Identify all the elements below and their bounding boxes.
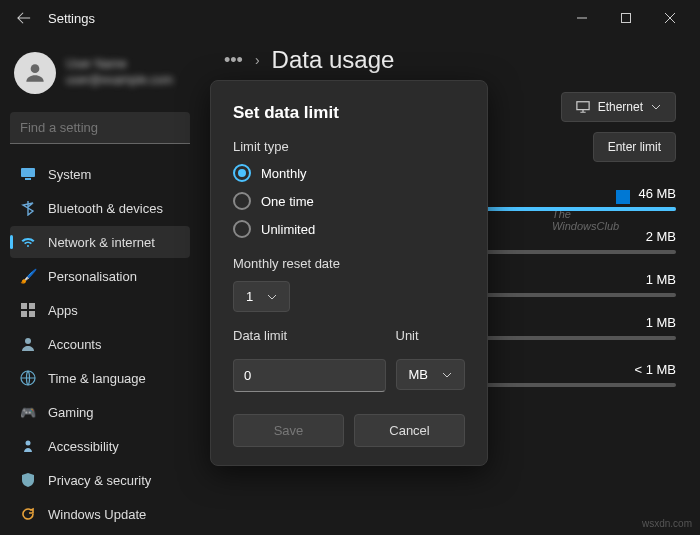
search-input[interactable] (10, 112, 190, 144)
radio-circle-icon (233, 164, 251, 182)
usage-value: 46 MB (638, 186, 676, 201)
profile[interactable]: User Name user@example.com (10, 44, 190, 102)
sidebar-item-label: Network & internet (48, 235, 155, 250)
svg-rect-7 (21, 311, 27, 317)
window-title: Settings (48, 11, 95, 26)
watermark: The WindowsClub (552, 190, 630, 232)
unit-label: Unit (396, 328, 466, 343)
sidebar-item-label: Privacy & security (48, 473, 151, 488)
nav-icon (20, 234, 36, 250)
svg-rect-12 (577, 102, 589, 110)
nav-icon (20, 370, 36, 386)
sidebar-item-apps[interactable]: Apps (10, 294, 190, 326)
radio-unlimited[interactable]: Unlimited (233, 220, 465, 238)
sidebar-item-gaming[interactable]: 🎮Gaming (10, 396, 190, 428)
profile-name: User Name user@example.com (66, 57, 173, 88)
sidebar-item-label: Apps (48, 303, 78, 318)
breadcrumb: ••• › Data usage (224, 46, 676, 74)
sidebar-item-label: System (48, 167, 91, 182)
nav-icon (20, 506, 36, 522)
unit-select[interactable]: MB (396, 359, 466, 390)
nav-icon (20, 472, 36, 488)
svg-point-11 (26, 441, 31, 446)
sidebar-item-label: Bluetooth & devices (48, 201, 163, 216)
sidebar-item-label: Windows Update (48, 507, 146, 522)
avatar (14, 52, 56, 94)
nav-icon: 🖌️ (20, 268, 36, 284)
svg-point-2 (31, 64, 40, 73)
sidebar-item-label: Accounts (48, 337, 101, 352)
svg-rect-5 (21, 303, 27, 309)
reset-date-label: Monthly reset date (233, 256, 465, 271)
set-data-limit-dialog: Set data limit Limit type Monthly One ti… (210, 80, 488, 466)
nav-icon (20, 438, 36, 454)
usage-value: 2 MB (646, 229, 676, 244)
svg-rect-4 (25, 178, 31, 180)
svg-rect-6 (29, 303, 35, 309)
connection-dropdown[interactable]: Ethernet (561, 92, 676, 122)
sidebar-item-label: Time & language (48, 371, 146, 386)
svg-rect-3 (21, 168, 35, 177)
nav-icon (20, 336, 36, 352)
sidebar-item-time-language[interactable]: Time & language (10, 362, 190, 394)
close-button[interactable] (648, 2, 692, 34)
footer-watermark: wsxdn.com (642, 518, 692, 529)
minimize-button[interactable] (560, 2, 604, 34)
sidebar-item-accounts[interactable]: Accounts (10, 328, 190, 360)
chevron-down-icon (267, 292, 277, 302)
nav-icon (20, 166, 36, 182)
svg-rect-1 (622, 14, 631, 23)
data-limit-input[interactable] (233, 359, 386, 392)
sidebar-item-label: Personalisation (48, 269, 137, 284)
nav-icon (20, 200, 36, 216)
sidebar: User Name user@example.com SystemBluetoo… (0, 36, 200, 535)
chevron-down-icon (442, 370, 452, 380)
dialog-title: Set data limit (233, 103, 465, 123)
sidebar-item-windows-update[interactable]: Windows Update (10, 498, 190, 530)
sidebar-item-label: Gaming (48, 405, 94, 420)
sidebar-item-privacy-security[interactable]: Privacy & security (10, 464, 190, 496)
sidebar-item-personalisation[interactable]: 🖌️Personalisation (10, 260, 190, 292)
nav-icon (20, 302, 36, 318)
sidebar-item-label: Accessibility (48, 439, 119, 454)
sidebar-item-network-internet[interactable]: Network & internet (10, 226, 190, 258)
data-limit-label: Data limit (233, 328, 386, 343)
usage-value: 1 MB (646, 272, 676, 287)
save-button: Save (233, 414, 344, 447)
chevron-right-icon: › (255, 52, 260, 68)
back-button[interactable] (8, 2, 40, 34)
sidebar-item-accessibility[interactable]: Accessibility (10, 430, 190, 462)
usage-value: 1 MB (646, 315, 676, 330)
cancel-button[interactable]: Cancel (354, 414, 465, 447)
sidebar-item-bluetooth-devices[interactable]: Bluetooth & devices (10, 192, 190, 224)
page-title: Data usage (272, 46, 395, 74)
radio-one-time[interactable]: One time (233, 192, 465, 210)
limit-type-label: Limit type (233, 139, 465, 154)
breadcrumb-more-icon[interactable]: ••• (224, 50, 243, 71)
svg-rect-8 (29, 311, 35, 317)
maximize-button[interactable] (604, 2, 648, 34)
radio-circle-icon (233, 192, 251, 210)
radio-circle-icon (233, 220, 251, 238)
usage-value: < 1 MB (634, 362, 676, 377)
monitor-icon (576, 100, 590, 114)
svg-point-9 (25, 338, 31, 344)
radio-monthly[interactable]: Monthly (233, 164, 465, 182)
chevron-down-icon (651, 102, 661, 112)
reset-date-select[interactable]: 1 (233, 281, 290, 312)
sidebar-item-system[interactable]: System (10, 158, 190, 190)
enter-limit-button[interactable]: Enter limit (593, 132, 676, 162)
nav-icon: 🎮 (20, 404, 36, 420)
